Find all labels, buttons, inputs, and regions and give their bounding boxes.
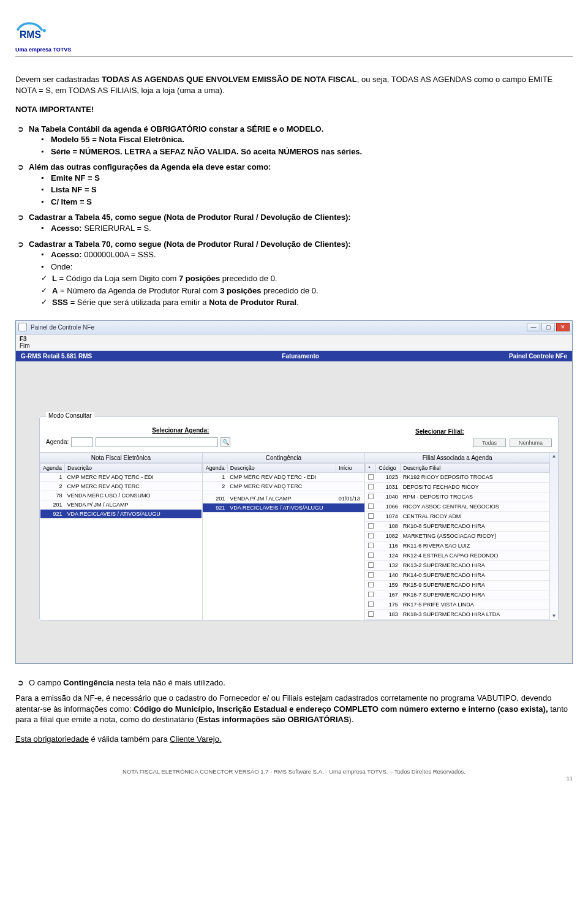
- panel-body: Modo Consultar Selecionar Agenda: Agenda…: [16, 361, 572, 663]
- scrollbar[interactable]: ▲ ▼: [549, 453, 558, 620]
- list-subitem: Emite NF = S: [41, 173, 573, 184]
- table-row[interactable]: 167RK16-7 SUPERMERCADO HIRA: [366, 590, 549, 600]
- checkbox[interactable]: [368, 552, 374, 558]
- table-row[interactable]: 116RK11-6 RIVERA SAO LUIZ: [366, 541, 549, 551]
- todas-button[interactable]: Todas: [473, 439, 506, 447]
- list-subitem: Lista NF = S: [41, 184, 573, 195]
- main-list: Na Tabela Contábil da agenda é OBRIGATÓR…: [15, 124, 573, 308]
- list-item: Na Tabela Contábil da agenda é OBRIGATÓR…: [15, 124, 573, 157]
- group-header-filial: Filial Associada a Agenda: [365, 453, 549, 463]
- checkbox[interactable]: [368, 513, 374, 519]
- list-item: Cadastrar a Tabela 45, como segue (Nota …: [15, 212, 573, 233]
- checkbox[interactable]: [368, 533, 374, 538]
- checkbox[interactable]: [368, 611, 374, 617]
- list-item: O campo Contingência nesta tela não é ma…: [15, 677, 573, 688]
- table-row[interactable]: 201VENDA P/ JM / ALCAMP: [40, 500, 202, 509]
- table-row[interactable]: 1031DEPOSITO FECHADO RICOY: [366, 482, 549, 492]
- checkbox[interactable]: [368, 572, 374, 578]
- post-list: O campo Contingência nesta tela não é ma…: [15, 677, 573, 688]
- checkbox[interactable]: [368, 562, 374, 568]
- table-row[interactable]: 2CMP MERC REV ADQ TERC: [40, 481, 202, 491]
- table-nfe: AgendaDescrição 1CMP MERC REV ADQ TERC -…: [40, 463, 202, 519]
- list-tickitem: SSS = Série que será utilizada para emit…: [41, 297, 573, 308]
- table-row[interactable]: 1066RICOY ASSOC CENTRAL NEGOCIOS: [366, 502, 549, 511]
- table-row[interactable]: 921VDA RECICLAVEIS / ATIVOS/ALUGU: [203, 503, 364, 512]
- table-row[interactable]: 921VDA RECICLAVEIS / ATIVOS/ALUGU: [40, 509, 202, 518]
- svg-text:RMS: RMS: [20, 29, 41, 40]
- table-row[interactable]: 132RK13-2 SUPERMERCADO HIRA: [366, 560, 549, 570]
- list-item: Além das outras configurações da Agenda …: [15, 162, 573, 207]
- selecionar-agenda-label: Selecionar Agenda:: [152, 427, 209, 434]
- checkbox[interactable]: [368, 523, 374, 529]
- table-row[interactable]: 1CMP MERC REV ADQ TERC - EDI: [40, 472, 202, 481]
- table-row[interactable]: 183RK18-3 SUPERMERCADO HIRA LTDA: [366, 609, 549, 619]
- checkbox[interactable]: [368, 582, 374, 587]
- list-tickitem: L = Código da Loja sem Digito com 7 posi…: [41, 273, 573, 284]
- th-desc: Descrição: [227, 463, 336, 472]
- table-row[interactable]: 78VENDA MERC USO / CONSUMO: [40, 491, 202, 500]
- agenda-label: Agenda:: [46, 439, 69, 445]
- checkbox[interactable]: [368, 592, 374, 597]
- table-row[interactable]: 1082MARKETING (ASSOCIACAO RICOY): [366, 531, 549, 541]
- list-subitem: Acesso: SERIERURAL = S.: [41, 223, 573, 234]
- modo-group: Modo Consultar Selecionar Agenda: Agenda…: [39, 417, 559, 620]
- page-footer: NOTA FISCAL ELETRÔNICA CONECTOR VERSÃO 1…: [15, 768, 573, 775]
- header-logo: RMS: [15, 18, 573, 40]
- group-header-nfe: Nota Fiscal Eletrônica: [40, 453, 202, 463]
- list-subitem: Acesso: 000000L00A = SSS.: [41, 249, 573, 260]
- th-agenda: Agenda: [203, 463, 227, 472]
- paragraph-important: NOTA IMPORTANTE!: [15, 104, 573, 115]
- blue-strip: G-RMS Retail 5.681 RMS Faturamento Paine…: [16, 351, 572, 361]
- table-row[interactable]: 1CMP MERC REV ADQ TERC - EDI: [203, 472, 364, 481]
- agenda-code-input[interactable]: [71, 437, 93, 447]
- search-icon[interactable]: 🔍: [221, 437, 230, 447]
- table-row[interactable]: 2CMP MERC REV ADQ TERC: [203, 481, 364, 491]
- agenda-desc-input[interactable]: [96, 437, 218, 447]
- list-subitem: Modelo 55 = Nota Fiscal Eletrônica.: [41, 134, 573, 145]
- th-check: *: [366, 463, 376, 472]
- th-inicio: Início: [336, 463, 364, 472]
- table-filial: *CódigoDescrição Filial 1023RK192 RICOY …: [365, 463, 549, 620]
- window-titlebar: Painel de Controle NFe — ▢ ✕: [16, 321, 572, 334]
- app-icon: [18, 323, 27, 331]
- checkbox[interactable]: [368, 484, 374, 489]
- app-window: Painel de Controle NFe — ▢ ✕ F3 Fim G-RM…: [15, 320, 573, 664]
- th-desc: Descrição: [65, 463, 202, 472]
- paragraph-intro: Devem ser cadastradas TODAS AS AGENDAS Q…: [15, 74, 573, 96]
- table-row[interactable]: 1074CENTRAL RICOY ADM: [366, 511, 549, 521]
- checkbox[interactable]: [368, 543, 374, 548]
- nenhuma-button[interactable]: Nenhuma: [510, 439, 552, 447]
- checkbox[interactable]: [368, 494, 374, 499]
- table-row[interactable]: 140RK14-0 SUPERMERCADO HIRA: [366, 570, 549, 580]
- list-item: Cadastrar a Tabela 70, como segue (Nota …: [15, 239, 573, 308]
- scroll-down-icon[interactable]: ▼: [551, 613, 558, 620]
- th-descfilial: Descrição Filial: [401, 463, 549, 472]
- selecionar-filial-label: Selecionar Filial:: [415, 428, 464, 435]
- table-row[interactable]: 1023RK192 RICOY DEPOSITO TROCAS: [366, 472, 549, 482]
- minimize-button[interactable]: —: [527, 323, 540, 331]
- checkbox[interactable]: [368, 601, 374, 607]
- close-button[interactable]: ✕: [556, 323, 570, 331]
- table-row[interactable]: 1040RPM - DEPOSITO TROCAS: [366, 492, 549, 502]
- table-row[interactable]: 124RK12-4 ESTRELA CAPAO REDONDO: [366, 551, 549, 560]
- list-subitem: Onde:: [41, 262, 573, 273]
- list-tickitem: A = Número da Agenda de Produtor Rural c…: [41, 285, 573, 296]
- scroll-up-icon[interactable]: ▲: [551, 453, 558, 460]
- header-divider: [15, 56, 573, 57]
- svg-point-0: [43, 29, 46, 32]
- menu-f3[interactable]: F3: [20, 336, 27, 342]
- table-row[interactable]: 201VENDA P/ JM / ALCAMP01/01/13: [203, 494, 364, 503]
- maximize-button[interactable]: ▢: [541, 323, 555, 331]
- list-subitem: C/ Item = S: [41, 197, 573, 208]
- menu-bar: F3 Fim: [16, 334, 572, 351]
- strip-right: Painel Controle NFe: [509, 353, 567, 360]
- checkbox[interactable]: [368, 474, 374, 480]
- table-row[interactable]: 175RK17-5 PRIFE VISTA LINDA: [366, 600, 549, 609]
- checkbox[interactable]: [368, 503, 374, 509]
- table-row[interactable]: 159RK15-9 SUPERMERCADO HIRA: [366, 580, 549, 590]
- menu-fim[interactable]: Fim: [20, 342, 30, 349]
- modo-legend: Modo Consultar: [46, 412, 94, 419]
- page-number: 11: [15, 775, 573, 782]
- table-row[interactable]: 108RK10-8 SUPERMERCADO HIRA: [366, 521, 549, 531]
- rms-logo-icon: RMS: [15, 18, 58, 40]
